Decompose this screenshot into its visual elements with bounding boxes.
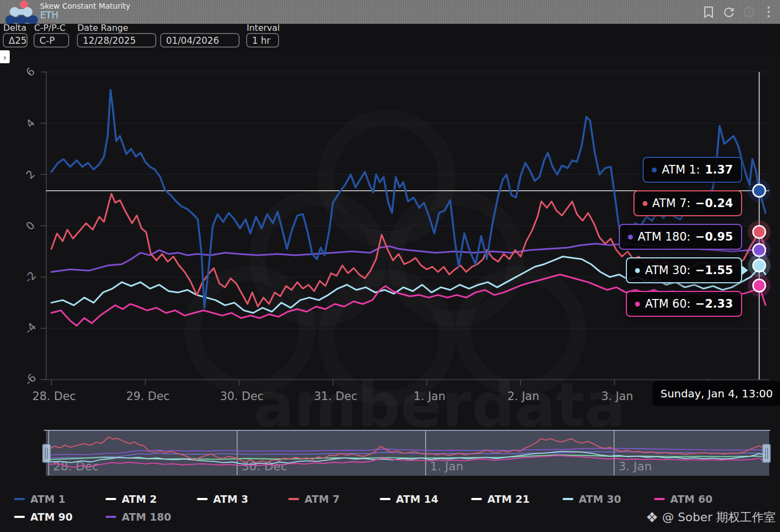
legend-swatch xyxy=(14,516,25,518)
tooltip-atm-1: ATM 1: 1.37 xyxy=(643,157,742,183)
legend-swatch xyxy=(563,498,573,500)
tooltip-series-value: −0.24 xyxy=(696,197,733,210)
navigator-right-handle[interactable] xyxy=(763,444,770,462)
navigator-left-handle[interactable] xyxy=(43,444,50,462)
crosshair-date-tooltip: Sunday, Jan 4, 13:00 xyxy=(652,381,780,406)
tooltip-series-label: ATM 7: xyxy=(652,197,691,210)
tooltip-series-value: −2.33 xyxy=(696,297,733,310)
y-axis-tick-label: 6 xyxy=(23,65,37,79)
x-axis-tick-label: 31. Dec xyxy=(314,390,358,403)
legend-label: ATM 90 xyxy=(30,511,72,523)
tooltip-atm-180: ATM 180: −0.95 xyxy=(619,224,742,250)
app-window: Skew Constant Maturity ETH Delta Δ25 C-P… xyxy=(0,0,780,532)
legend-swatch xyxy=(471,498,482,500)
tooltip-series-label: ATM 30: xyxy=(645,264,690,277)
legend-label: ATM 7 xyxy=(305,493,340,505)
tooltip-callout-arrow xyxy=(741,265,748,276)
legend-item-atm-90[interactable]: ATM 90 xyxy=(14,510,105,524)
legend-label: ATM 1 xyxy=(30,493,65,505)
tooltip-series-value: −1.55 xyxy=(696,264,733,277)
y-axis-tick-label: -4 xyxy=(22,320,39,337)
legend-label: ATM 21 xyxy=(487,493,530,505)
legend-label: ATM 180 xyxy=(122,511,171,523)
point-marker-atm-60 xyxy=(753,280,765,292)
legend-item-atm-1[interactable]: ATM 1 xyxy=(14,492,105,506)
tooltip-series-label: ATM 180: xyxy=(638,230,691,243)
legend-swatch xyxy=(197,498,208,500)
tooltip-series-dot xyxy=(635,268,640,273)
legend-swatch xyxy=(288,498,299,500)
point-marker-atm-1 xyxy=(753,184,765,197)
brand-watermark-text: @ Sober 期权工作室 xyxy=(662,509,776,526)
svg-text:amberdata: amberdata xyxy=(253,370,626,440)
tooltip-series-label: ATM 60: xyxy=(645,297,690,310)
tooltip-series-value: −0.95 xyxy=(696,230,733,243)
navigator[interactable]: 28. Dec30. Dec1. Jan3. Jan xyxy=(43,430,770,476)
legend-item-atm-14[interactable]: ATM 14 xyxy=(380,492,471,506)
tooltip-series-dot xyxy=(635,302,640,307)
x-axis-tick-label: 1. Jan xyxy=(413,390,445,403)
y-axis-tick-label: 0 xyxy=(23,219,37,233)
tooltip-series-label: ATM 1: xyxy=(662,163,700,176)
tooltip-atm-7: ATM 7: −0.24 xyxy=(633,190,742,216)
legend-item-atm-2[interactable]: ATM 2 xyxy=(105,492,197,506)
legend-item-atm-3[interactable]: ATM 3 xyxy=(197,492,288,506)
tooltip-series-value: 1.37 xyxy=(705,163,733,176)
y-axis-tick-label: 2 xyxy=(23,168,37,182)
legend-label: ATM 2 xyxy=(122,493,157,505)
y-axis-tick-label: 4 xyxy=(23,116,37,130)
x-axis-tick-label: 30. Dec xyxy=(220,390,264,403)
point-marker-atm-7 xyxy=(753,225,765,238)
legend-swatch xyxy=(654,498,665,500)
point-marker-atm-30 xyxy=(753,260,765,272)
y-axis-tick-label: -6 xyxy=(22,371,39,388)
legend-item-atm-180[interactable]: ATM 180 xyxy=(105,510,197,524)
tooltip-atm-30: ATM 30: −1.55 xyxy=(626,257,742,283)
x-axis-tick-label: 2. Jan xyxy=(507,390,539,403)
tooltip-atm-60: ATM 60: −2.33 xyxy=(626,291,742,317)
legend-item-atm-21[interactable]: ATM 21 xyxy=(471,492,563,506)
x-axis-tick-label: 28. Dec xyxy=(32,390,76,403)
binance-diamond-icon: ❖ xyxy=(646,510,658,524)
tooltip-series-dot xyxy=(643,201,647,206)
tooltip-series-dot xyxy=(652,168,657,172)
legend-item-atm-7[interactable]: ATM 7 xyxy=(288,492,380,506)
legend-label: ATM 14 xyxy=(396,493,438,505)
x-axis-tick-label: 3. Jan xyxy=(601,390,633,403)
legend-swatch xyxy=(105,516,116,518)
legend-item-atm-30[interactable]: ATM 30 xyxy=(563,492,654,506)
legend-swatch xyxy=(380,498,391,500)
legend-item-atm-60[interactable]: ATM 60 xyxy=(654,492,745,506)
tooltip-series-dot xyxy=(628,235,633,240)
legend-label: ATM 30 xyxy=(579,493,621,505)
navigator-selected-mask[interactable] xyxy=(46,430,769,476)
legend-swatch xyxy=(14,498,25,500)
legend-label: ATM 3 xyxy=(213,493,248,505)
y-axis-tick-label: -2 xyxy=(22,269,39,285)
brand-watermark: ❖ @ Sober 期权工作室 xyxy=(646,509,776,526)
legend-swatch xyxy=(105,498,116,500)
legend-label: ATM 60 xyxy=(670,493,712,505)
x-axis-tick-label: 29. Dec xyxy=(126,390,170,403)
